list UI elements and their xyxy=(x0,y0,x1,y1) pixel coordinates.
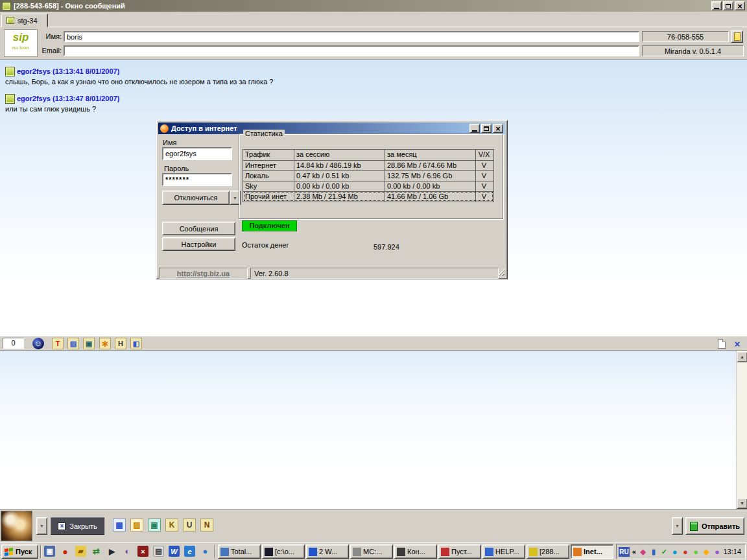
font-color-icon[interactable]: T xyxy=(52,338,64,349)
color-icon[interactable]: ▣ xyxy=(148,519,161,531)
word-icon[interactable]: W xyxy=(169,546,180,557)
new-message-icon xyxy=(718,339,726,349)
antivirus-icon[interactable]: ✓ xyxy=(660,547,669,557)
minimize-button[interactable] xyxy=(711,1,722,10)
browser-icon[interactable]: ◐ xyxy=(122,546,133,557)
media-player-icon[interactable]: ● xyxy=(60,546,71,557)
misc-tray-icon[interactable]: ● xyxy=(713,547,721,557)
window-title: [288-543-658] - Окно сообщений xyxy=(14,2,125,10)
input-scrollbar[interactable] xyxy=(736,351,747,509)
message-input[interactable] xyxy=(0,350,747,509)
task-icon xyxy=(397,548,405,556)
network-icon[interactable]: ● xyxy=(200,546,211,557)
close-chat-button[interactable]: × Закрыть xyxy=(51,517,104,535)
chat-log[interactable]: egor2fsys (13:13:41 8/01/2007) слышь, Бо… xyxy=(0,60,747,336)
dialog-close-button[interactable] xyxy=(493,124,503,133)
save-icon[interactable]: ▣ xyxy=(44,546,55,557)
tray-expand-chevron[interactable]: « xyxy=(632,548,637,555)
image-icon[interactable]: ▨ xyxy=(130,519,143,531)
history-icon[interactable]: H xyxy=(115,338,126,349)
version-text: Ver. 2.60.8 xyxy=(254,270,289,277)
emoticons-icon[interactable]: ∗ xyxy=(99,338,111,349)
dialog-title: Доступ в интернет xyxy=(171,124,237,132)
tab-bar: stg-34 xyxy=(0,12,747,27)
new-message-button[interactable] xyxy=(716,338,728,349)
tab-message-icon xyxy=(6,17,14,24)
email-label: Email: xyxy=(39,47,62,54)
dialog-minimize-button[interactable] xyxy=(469,124,480,133)
messenger-icon[interactable]: ◆ xyxy=(639,547,647,557)
launcher-icon[interactable]: ▶ xyxy=(106,546,117,557)
statusbar-version-panel: Ver. 2.60.8 xyxy=(250,268,499,279)
email-field[interactable] xyxy=(64,45,639,56)
send-button[interactable]: Отправить xyxy=(685,517,744,535)
edit-icon[interactable]: ▰ xyxy=(75,546,86,557)
scroll-up-button[interactable] xyxy=(737,351,747,362)
firewall-icon[interactable]: ● xyxy=(681,547,689,557)
user-details-button[interactable] xyxy=(731,30,743,43)
disconnect-button[interactable]: Отключиться xyxy=(162,191,230,205)
language-indicator[interactable]: RU xyxy=(619,547,630,557)
tab-stg-34[interactable]: stg-34 xyxy=(1,14,48,27)
contact-info-panel: sip no icon Имя: 76-058-555 Email: Miran… xyxy=(0,27,747,60)
window-titlebar: [288-543-658] - Окно сообщений xyxy=(0,0,747,12)
statistics-group: Статистика Трафик за сессию за месяц V/X… xyxy=(239,134,503,219)
settings-button[interactable]: Настройки xyxy=(162,237,235,251)
compose-toolbar: 0 ☺ T ▨ ▣ ∗ H ◧ × xyxy=(0,336,747,350)
internet-access-dialog: Доступ в интернет Имя Пароль Отключиться… xyxy=(156,120,508,279)
layout-icon[interactable]: ▦ xyxy=(113,519,126,531)
restore-button[interactable] xyxy=(723,1,733,10)
keyboard-icon[interactable]: ▤ xyxy=(153,546,164,557)
avatar-dropdown-button[interactable] xyxy=(36,517,47,535)
save-log-icon[interactable]: ▣ xyxy=(83,338,95,349)
background-color-icon[interactable]: ▨ xyxy=(67,338,79,349)
dialog-icon xyxy=(160,124,169,133)
traffic-row[interactable]: Интернет 14.84 kb / 486.19 kb 28.86 Mb /… xyxy=(243,160,493,170)
message-icon xyxy=(5,67,15,76)
task-button-word[interactable]: 2 W... xyxy=(306,544,349,559)
close-button[interactable] xyxy=(735,1,745,10)
task-icon xyxy=(441,548,449,556)
message-icon xyxy=(5,94,15,104)
dialog-maximize-button[interactable] xyxy=(481,124,492,133)
scheduler-icon[interactable]: ◆ xyxy=(702,547,711,557)
task-button-inet-active[interactable]: Inet... xyxy=(571,544,613,559)
traffic-row[interactable]: Sky 0.00 kb / 0.00 kb 0.00 kb / 0.00 kb … xyxy=(243,181,493,191)
globe-icon[interactable]: ● xyxy=(670,547,679,557)
notes-icon[interactable]: N xyxy=(200,519,213,531)
view-mode-icon[interactable]: ◧ xyxy=(130,338,142,349)
network-status-icon[interactable]: ▮ xyxy=(649,547,658,557)
task-button-total[interactable]: Total... xyxy=(218,544,261,559)
dialog-titlebar[interactable]: Доступ в интернет xyxy=(158,122,505,134)
char-counter: 0 xyxy=(3,338,24,349)
task-button-console[interactable]: [c:\o... xyxy=(262,544,305,559)
ie-icon[interactable]: e xyxy=(184,546,195,557)
site-link[interactable]: http://stg.biz.ua xyxy=(177,270,230,277)
taskbar-clock: 13:14 xyxy=(723,548,743,555)
tab-label: stg-34 xyxy=(18,17,38,25)
login-field[interactable] xyxy=(162,147,232,160)
name-field[interactable] xyxy=(64,31,639,42)
task-button-help[interactable]: HELP... xyxy=(482,544,525,559)
traffic-row-selected[interactable]: Прочий инет 2.38 Mb / 21.94 Mb 41.66 Mb … xyxy=(243,191,493,202)
update-icon[interactable]: ● xyxy=(692,547,700,557)
start-button[interactable]: Пуск xyxy=(1,544,38,559)
client-version-box: Miranda v. 0.5.1.4 xyxy=(642,45,744,56)
scroll-down-button[interactable] xyxy=(737,498,747,509)
smileys-icon[interactable]: ☺ xyxy=(32,338,44,349)
close-app-icon[interactable]: × xyxy=(137,546,148,557)
password-field[interactable] xyxy=(162,173,232,186)
close-tab-icon[interactable]: × xyxy=(731,338,743,349)
task-button-pust[interactable]: Пуст... xyxy=(438,544,481,559)
taskbar-divider xyxy=(40,545,42,558)
messages-button[interactable]: Сообщения xyxy=(162,222,235,235)
sync-icon[interactable]: ⇄ xyxy=(91,546,102,557)
quick-launch-bar: ▣ ● ▰ ⇄ ▶ ◐ × ▤ W e ● xyxy=(44,546,211,557)
send-options-button[interactable] xyxy=(672,517,683,535)
underline-icon[interactable]: U xyxy=(183,519,196,531)
key-icon[interactable]: K xyxy=(165,519,178,531)
traffic-row[interactable]: Локаль 0.47 kb / 0.51 kb 132.75 Mb / 6.9… xyxy=(243,170,493,181)
task-button-mc[interactable]: MC:... xyxy=(350,544,393,559)
task-button-kon[interactable]: Кон... xyxy=(394,544,437,559)
task-button-288[interactable]: [288... xyxy=(527,544,569,559)
